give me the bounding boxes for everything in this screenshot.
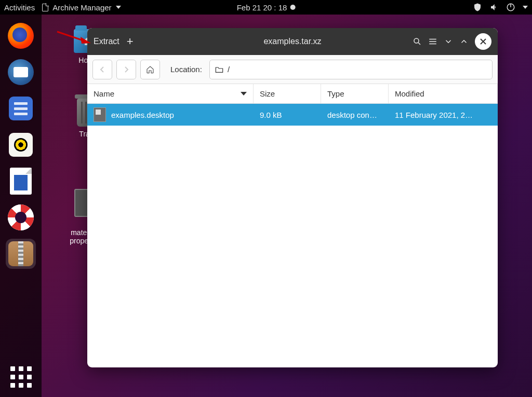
clock-label: Feb 21 20 : 18: [237, 3, 287, 12]
shield-icon[interactable]: [473, 3, 482, 12]
thunderbird-icon: [8, 59, 34, 85]
system-menu-chevron-icon[interactable]: [523, 6, 528, 9]
navigation-toolbar: Location: /: [87, 55, 498, 84]
home-button[interactable]: [140, 60, 160, 79]
window-titlebar[interactable]: Extract + examples.tar.xz: [87, 28, 498, 55]
hamburger-menu-icon[interactable]: [428, 37, 437, 46]
dock-help[interactable]: [6, 202, 36, 232]
activities-button[interactable]: Activities: [4, 3, 35, 12]
show-applications-button[interactable]: [10, 366, 32, 388]
app-menu[interactable]: Archive Manager: [42, 3, 121, 12]
firefox-icon: [8, 23, 34, 49]
add-files-button[interactable]: +: [127, 35, 134, 48]
sort-desc-icon: [241, 92, 247, 95]
archive-icon: [8, 241, 33, 266]
chevron-down-icon: [116, 6, 121, 9]
dock-archive-manager[interactable]: [6, 239, 36, 269]
chevron-down-icon[interactable]: [444, 37, 453, 46]
file-size: 9.0 kB: [254, 111, 321, 119]
column-header-name[interactable]: Name: [87, 84, 254, 103]
extract-button[interactable]: Extract: [94, 37, 119, 46]
desktop-file-icon: [94, 107, 106, 122]
forward-button[interactable]: [116, 60, 136, 79]
close-button[interactable]: [475, 33, 491, 50]
dock-files[interactable]: [6, 93, 36, 124]
dock-firefox[interactable]: [6, 21, 36, 51]
svg-line-3: [418, 43, 420, 45]
dock-libreoffice[interactable]: [6, 166, 36, 196]
volume-icon[interactable]: [489, 3, 499, 12]
chevron-up-icon[interactable]: [459, 37, 469, 46]
column-header-type[interactable]: Type: [321, 84, 389, 103]
archive-manager-window: Extract + examples.tar.xz Location: / Na…: [87, 28, 498, 367]
svg-point-2: [414, 38, 419, 43]
dock-rhythmbox[interactable]: [6, 130, 36, 160]
window-title: examples.tar.xz: [263, 37, 321, 46]
file-row[interactable]: examples.desktop 9.0 kB desktop con… 11 …: [87, 104, 498, 126]
search-icon[interactable]: [413, 37, 422, 46]
files-icon: [9, 97, 33, 120]
document-icon: [10, 168, 32, 195]
location-input[interactable]: /: [209, 60, 493, 79]
app-menu-label: Archive Manager: [52, 3, 111, 12]
dock: [0, 15, 42, 397]
chevron-right-icon: [123, 66, 130, 73]
home-icon: [146, 65, 154, 74]
notification-dot-icon: [290, 5, 295, 10]
back-button[interactable]: [92, 60, 112, 79]
file-name: examples.desktop: [111, 111, 174, 119]
file-modified: 11 February 2021, 2…: [389, 111, 498, 119]
column-headers: Name Size Type Modified: [87, 84, 498, 104]
column-header-modified[interactable]: Modified: [389, 84, 498, 103]
location-value: /: [228, 65, 230, 74]
file-type: desktop con…: [321, 111, 389, 119]
dock-thunderbird[interactable]: [6, 57, 36, 87]
location-label: Location:: [170, 65, 202, 74]
chevron-left-icon: [99, 66, 106, 73]
folder-icon: [215, 66, 223, 73]
column-header-size[interactable]: Size: [254, 84, 321, 103]
speaker-icon: [9, 133, 33, 157]
close-icon: [480, 38, 487, 45]
power-icon[interactable]: [506, 3, 515, 12]
gnome-top-bar: Activities Archive Manager Feb 21 20 : 1…: [0, 0, 532, 15]
clock[interactable]: Feb 21 20 : 18: [237, 3, 296, 12]
lifebuoy-icon: [8, 204, 34, 230]
archive-app-icon: [42, 4, 48, 11]
